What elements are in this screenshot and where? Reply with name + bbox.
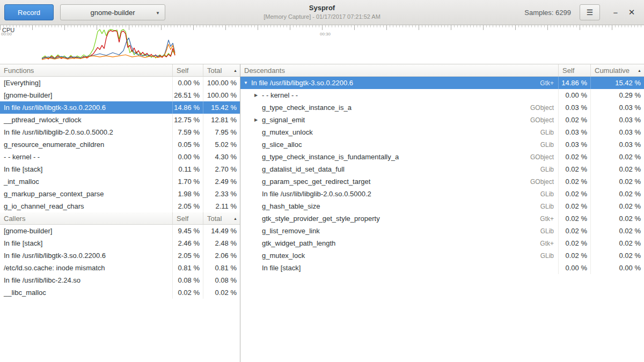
- column-header-self[interactable]: Self: [558, 64, 590, 76]
- table-row[interactable]: g_list_remove_linkGLib0.02 %0.02 %: [240, 225, 644, 237]
- table-row[interactable]: - - kernel - -0.00 %4.30 %: [0, 151, 240, 163]
- table-row[interactable]: _int_malloc1.70 %2.49 %: [0, 175, 240, 188]
- table-row[interactable]: g_type_check_instance_is_fundamentally_a…: [240, 151, 644, 163]
- table-row[interactable]: In file [stack]2.46 %2.48 %: [0, 237, 240, 249]
- cumulative-percent: 0.02 %: [590, 249, 644, 262]
- column-header-total-label: Total: [207, 215, 222, 223]
- table-row[interactable]: In file /usr/lib/libglib-2.0.so.0.5000.2…: [0, 126, 240, 138]
- descendant-name: g_hash_table_size: [262, 202, 320, 210]
- table-row[interactable]: ▶- - kernel - -0.00 %0.29 %: [240, 89, 644, 101]
- total-percent: 100.00 %: [203, 89, 240, 101]
- table-row[interactable]: g_io_channel_read_chars2.05 %2.11 %: [0, 200, 240, 212]
- function-name: In file [stack]: [0, 163, 172, 175]
- self-percent: 2.05 %: [172, 249, 203, 262]
- descendant-name-cell: gtk_widget_path_length: [240, 237, 510, 249]
- descendant-name-cell: In file [stack]: [240, 262, 510, 274]
- menu-button[interactable]: ☰: [580, 4, 600, 20]
- category-label: Gtk+: [510, 212, 558, 225]
- self-percent: 7.59 %: [172, 126, 203, 138]
- table-row[interactable]: gtk_style_provider_get_style_propertyGtk…: [240, 212, 644, 225]
- self-percent: 0.00 %: [172, 77, 203, 89]
- table-row[interactable]: [Everything]0.00 %100.00 %: [0, 77, 240, 89]
- descendant-name: gtk_widget_path_length: [262, 239, 335, 247]
- table-row[interactable]: In file /usr/lib/libgtk-3.so.0.2200.62.0…: [0, 249, 240, 262]
- table-row[interactable]: In file /usr/lib/libglib-2.0.so.0.5000.2…: [240, 188, 644, 200]
- cumulative-percent: 0.02 %: [590, 200, 644, 212]
- function-name: In file /usr/lib/libglib-2.0.so.0.5000.2: [0, 126, 172, 138]
- table-row[interactable]: [gnome-builder]9.45 %14.49 %: [0, 225, 240, 237]
- close-button[interactable]: ✕: [624, 4, 640, 20]
- table-row[interactable]: __libc_malloc0.02 %0.02 %: [0, 286, 240, 299]
- category-label: GLib: [510, 225, 558, 237]
- expander-open-icon[interactable]: ▼: [244, 80, 251, 85]
- self-percent: 0.08 %: [172, 274, 203, 286]
- table-row[interactable]: g_resource_enumerate_children0.05 %5.02 …: [0, 138, 240, 151]
- table-row[interactable]: g_markup_parse_context_parse1.98 %2.33 %: [0, 188, 240, 200]
- cumulative-percent: 0.29 %: [590, 89, 644, 101]
- column-header-total-label: Total: [207, 67, 222, 75]
- functions-table-header: Functions Self Total ▲: [0, 64, 240, 77]
- self-percent: 0.02 %: [558, 225, 590, 237]
- category-label: GLib: [510, 163, 558, 175]
- main-area: Functions Self Total ▲ [Everything]0.00 …: [0, 64, 644, 362]
- table-row[interactable]: g_slice_allocGLib0.03 %0.03 %: [240, 138, 644, 151]
- descendant-name-cell: g_param_spec_get_redirect_target: [240, 175, 510, 188]
- table-row[interactable]: In file /usr/lib/libc-2.24.so0.08 %0.08 …: [0, 274, 240, 286]
- cumulative-percent: 0.00 %: [590, 262, 644, 274]
- table-row[interactable]: g_mutex_unlockGLib0.03 %0.03 %: [240, 126, 644, 138]
- self-percent: 14.86 %: [558, 77, 590, 89]
- column-header-descendants[interactable]: Descendants: [240, 64, 558, 76]
- table-row[interactable]: g_param_spec_get_redirect_targetGObject0…: [240, 175, 644, 188]
- table-row[interactable]: In file [stack]0.00 %0.00 %: [240, 262, 644, 274]
- self-percent: 0.05 %: [172, 138, 203, 151]
- table-row[interactable]: In file [stack]0.11 %2.70 %: [0, 163, 240, 175]
- function-name: g_resource_enumerate_children: [0, 138, 172, 151]
- table-row[interactable]: g_type_check_instance_is_aGObject0.03 %0…: [240, 101, 644, 114]
- self-percent: 0.02 %: [558, 163, 590, 175]
- descendant-name: g_type_check_instance_is_a: [262, 104, 352, 112]
- expander-closed-icon[interactable]: ▶: [254, 93, 262, 98]
- table-row[interactable]: ▶g_signal_emitGObject0.02 %0.03 %: [240, 114, 644, 126]
- function-name: In file /usr/lib/libgtk-3.so.0.2200.6: [0, 249, 172, 262]
- cumulative-percent: 0.02 %: [590, 225, 644, 237]
- table-row[interactable]: gtk_widget_path_lengthGtk+0.02 %0.02 %: [240, 237, 644, 249]
- function-name: _int_malloc: [0, 175, 172, 188]
- column-header-total[interactable]: Total ▲: [203, 212, 240, 224]
- table-row[interactable]: ▼In file /usr/lib/libgtk-3.so.0.2200.6Gt…: [240, 77, 644, 89]
- cumulative-percent: 0.03 %: [590, 101, 644, 114]
- table-row[interactable]: /etc/ld.so.cache: inode mismatch0.81 %0.…: [0, 262, 240, 274]
- cpu-timeline[interactable]: CPU 00:00 00:30: [0, 25, 644, 64]
- descendant-name-cell: ▶- - kernel - -: [240, 89, 510, 101]
- callers-table-body: [gnome-builder]9.45 %14.49 %In file [sta…: [0, 225, 240, 299]
- column-header-self[interactable]: Self: [172, 64, 203, 76]
- column-header-functions[interactable]: Functions: [0, 64, 172, 76]
- table-row[interactable]: __pthread_rwlock_rdlock12.75 %12.81 %: [0, 114, 240, 126]
- table-row[interactable]: [gnome-builder]26.51 %100.00 %: [0, 89, 240, 101]
- column-header-cumulative-label: Cumulative: [595, 67, 630, 75]
- descendants-panel: Descendants Self Cumulative ▲ ▼In file /…: [240, 64, 644, 362]
- cpu-blue-line: [42, 38, 175, 58]
- column-header-self[interactable]: Self: [172, 212, 203, 224]
- sort-indicator-icon: ▲: [638, 69, 641, 72]
- table-row[interactable]: In file /usr/lib/libgtk-3.so.0.2200.614.…: [0, 101, 240, 114]
- descendant-name-cell: gtk_style_provider_get_style_property: [240, 212, 510, 225]
- table-row[interactable]: g_hash_table_sizeGLib0.02 %0.02 %: [240, 200, 644, 212]
- self-percent: 0.02 %: [558, 188, 590, 200]
- function-name: __libc_malloc: [0, 286, 172, 299]
- self-percent: 0.02 %: [558, 175, 590, 188]
- process-selector-label: gnome-builder: [90, 9, 135, 17]
- self-percent: 0.11 %: [172, 163, 203, 175]
- column-header-callers[interactable]: Callers: [0, 212, 172, 224]
- record-button[interactable]: Record: [4, 4, 54, 20]
- minimize-button[interactable]: −: [608, 4, 624, 20]
- time-label-mid: 00:30: [320, 32, 331, 36]
- total-percent: 4.30 %: [203, 151, 240, 163]
- process-selector-dropdown[interactable]: gnome-builder ▼: [60, 4, 165, 20]
- table-row[interactable]: g_datalist_id_set_data_fullGLib0.02 %0.0…: [240, 163, 644, 175]
- column-header-total[interactable]: Total ▲: [203, 64, 240, 76]
- self-percent: 0.02 %: [558, 151, 590, 163]
- callers-table-header: Callers Self Total ▲: [0, 212, 240, 225]
- expander-closed-icon[interactable]: ▶: [254, 117, 262, 122]
- table-row[interactable]: g_mutex_lockGLib0.02 %0.02 %: [240, 249, 644, 262]
- column-header-cumulative[interactable]: Cumulative ▲: [590, 64, 644, 76]
